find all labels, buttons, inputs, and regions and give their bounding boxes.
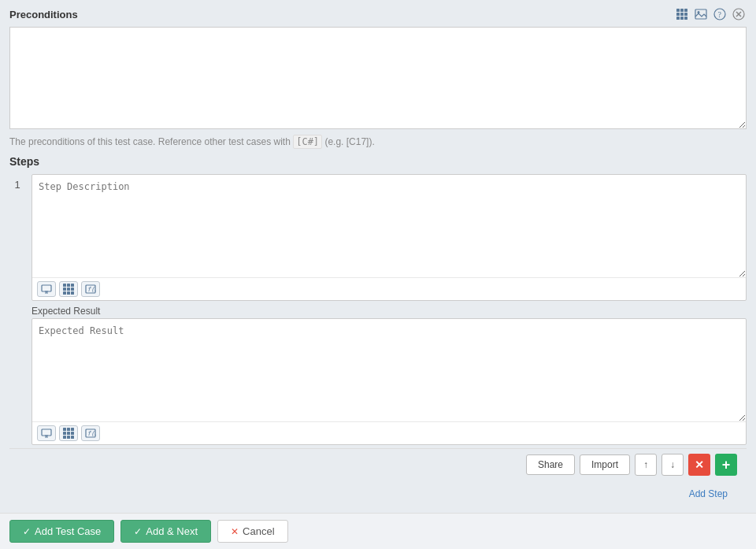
add-step-inline-button[interactable]: + [715, 454, 737, 476]
svg-text:?: ? [718, 10, 722, 19]
footer-bar: ✓ Add Test Case ✓ Add & Next ✕ Cancel [0, 513, 756, 549]
add-next-label: Add & Next [146, 525, 198, 537]
svg-rect-0 [695, 9, 706, 19]
svg-rect-7 [42, 285, 51, 291]
add-next-check-icon: ✓ [134, 526, 142, 537]
expected-result-textarea[interactable] [32, 319, 746, 421]
add-test-case-button[interactable]: ✓ Add Test Case [9, 520, 114, 543]
svg-text:f(x): f(x) [87, 286, 97, 293]
step-action-bar: Share Import ↑ ↓ ✕ + [9, 448, 747, 480]
add-test-case-label: Add Test Case [35, 525, 101, 537]
expected-variable-icon[interactable]: f(x) [81, 425, 100, 441]
preconditions-title: Preconditions [9, 9, 78, 20]
preconditions-image-icon[interactable] [693, 6, 709, 22]
delete-step-button[interactable]: ✕ [688, 454, 710, 476]
step-description-textarea[interactable] [32, 175, 746, 277]
expected-result-toolbar: f(x) [32, 421, 746, 444]
step-desc-variable-icon[interactable]: f(x) [81, 281, 100, 297]
preconditions-close-icon[interactable] [731, 6, 747, 22]
step-description-toolbar: f(x) [32, 277, 746, 300]
expected-monitor-icon[interactable] [37, 425, 56, 441]
preconditions-header: Preconditions [9, 6, 747, 22]
step-1-fields: f(x) Expected Result [32, 174, 747, 445]
svg-rect-13 [42, 429, 51, 436]
step-description-box: f(x) [32, 174, 747, 301]
main-content: Preconditions [0, 0, 756, 513]
preconditions-grid-icon[interactable] [674, 6, 690, 22]
cancel-label: Cancel [243, 525, 274, 537]
expected-result-box: f(x) [32, 318, 747, 445]
preconditions-textarea[interactable] [9, 27, 747, 129]
cancel-x-icon: ✕ [231, 526, 239, 537]
expected-result-label: Expected Result [32, 301, 747, 318]
add-and-next-button[interactable]: ✓ Add & Next [120, 520, 211, 543]
step-desc-monitor-icon[interactable] [37, 281, 56, 297]
add-step-row: Add Step [9, 480, 747, 507]
move-down-button[interactable]: ↓ [662, 454, 684, 476]
svg-text:f(x): f(x) [87, 430, 97, 437]
preconditions-header-icons: ? [674, 6, 747, 22]
expected-table-icon[interactable] [59, 425, 78, 441]
steps-section: Steps 1 [9, 155, 747, 507]
page-wrapper: Preconditions [0, 0, 756, 549]
step-1-container: 1 [9, 174, 747, 445]
add-step-link[interactable]: Add Step [9, 484, 737, 504]
preconditions-hint: The preconditions of this test case. Ref… [9, 136, 747, 147]
share-button[interactable]: Share [526, 454, 575, 475]
preconditions-help-icon[interactable]: ? [712, 6, 728, 22]
add-test-case-check-icon: ✓ [23, 526, 31, 537]
step-1-number: 1 [9, 174, 25, 445]
import-button[interactable]: Import [580, 454, 630, 475]
cancel-button[interactable]: ✕ Cancel [217, 520, 287, 543]
steps-title: Steps [9, 155, 747, 168]
move-up-button[interactable]: ↑ [635, 454, 657, 476]
step-desc-table-icon[interactable] [59, 281, 78, 297]
